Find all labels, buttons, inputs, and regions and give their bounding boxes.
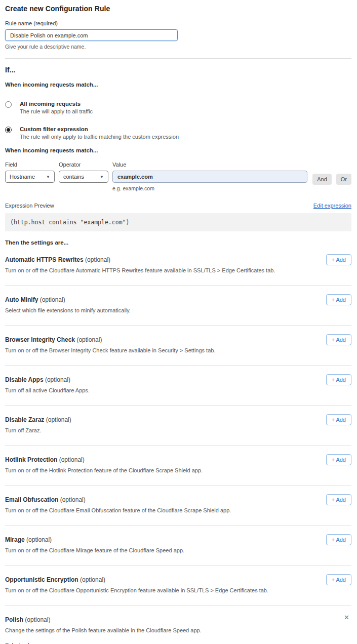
add-disable-apps-button[interactable]: + Add (326, 374, 351, 385)
setting-description: Turn on or off the Cloudflare Email Obfu… (5, 507, 351, 513)
value-helper: e.g. example.com (112, 185, 307, 191)
section-divider (5, 58, 351, 59)
if-heading: If... (5, 66, 351, 74)
setting-description: Turn on or off the Browser Integrity Che… (5, 347, 351, 353)
setting-row-automatic-https-rewrites: Automatic HTTPS Rewrites (optional) Turn… (5, 246, 351, 286)
radio-selected-icon[interactable] (5, 127, 12, 133)
setting-row-email-obfuscation: Email Obfuscation (optional) Turn on or … (5, 486, 351, 526)
add-disable-zaraz-button[interactable]: + Add (326, 414, 351, 425)
rule-name-helper: Give your rule a descriptive name. (5, 44, 351, 50)
radio-all-incoming-desc: The rule will apply to all traffic (20, 108, 93, 114)
setting-description: Turn on or off the Cloudflare Automatic … (5, 267, 351, 273)
optional-label: (optional) (80, 576, 105, 583)
setting-row-disable-zaraz: Disable Zaraz (optional) Turn off Zaraz.… (5, 406, 351, 446)
or-button[interactable]: Or (336, 174, 351, 185)
operator-select-value: contains (63, 174, 84, 180)
operator-select[interactable]: contains ▼ (59, 171, 108, 183)
setting-row-disable-apps: Disable Apps (optional) Turn off all act… (5, 366, 351, 406)
setting-name: Disable Apps (5, 376, 44, 383)
add-mirage-button[interactable]: + Add (326, 534, 351, 545)
field-select[interactable]: Hostname ▼ (5, 171, 55, 183)
rule-name-label: Rule name (required) (5, 20, 351, 26)
add-opportunistic-encryption-button[interactable]: + Add (326, 574, 351, 585)
optional-label: (optional) (46, 416, 71, 423)
expression-preview-code: (http.host contains "example.com") (5, 213, 351, 231)
setting-description: Turn off Zaraz. (5, 427, 351, 433)
optional-label: (optional) (76, 336, 102, 343)
setting-name: Email Obfuscation (5, 496, 58, 503)
radio-unselected-icon[interactable] (5, 101, 12, 108)
setting-name: Polish (5, 616, 23, 623)
polish-select-label: Select value (5, 642, 351, 644)
optional-label: (optional) (40, 296, 65, 303)
setting-row-polish: Polish (optional) Change the settings of… (5, 606, 351, 644)
setting-name: Mirage (5, 536, 25, 543)
close-icon[interactable]: ✕ (344, 614, 349, 621)
value-label: Value (112, 162, 307, 168)
expression-builder-heading: When incoming requests match... (5, 147, 351, 153)
optional-label: (optional) (45, 376, 70, 383)
add-automatic-https-rewrites-button[interactable]: + Add (326, 254, 351, 265)
match-heading: When incoming requests match... (5, 82, 351, 88)
setting-name: Auto Minify (5, 296, 38, 303)
chevron-down-icon: ▼ (46, 175, 50, 179)
setting-description: Turn off all active Cloudflare Apps. (5, 387, 351, 393)
setting-name: Hotlink Protection (5, 456, 57, 463)
edit-expression-link[interactable]: Edit expression (313, 203, 351, 209)
setting-description: Turn on or off the Cloudflare Mirage fea… (5, 547, 351, 553)
expression-builder-row: Field Hostname ▼ Operator contains ▼ Val… (5, 162, 351, 191)
radio-all-incoming-requests[interactable]: All incoming requests The rule will appl… (5, 101, 351, 114)
setting-name: Opportunistic Encryption (5, 576, 78, 583)
optional-label: (optional) (59, 456, 85, 463)
optional-label: (optional) (26, 536, 52, 543)
radio-custom-filter-desc: The rule will only apply to traffic matc… (20, 134, 179, 140)
setting-row-hotlink-protection: Hotlink Protection (optional) Turn on or… (5, 446, 351, 486)
setting-name: Automatic HTTPS Rewrites (5, 256, 84, 263)
expression-preview-label: Expression Preview (5, 203, 54, 209)
field-select-value: Hostname (10, 174, 35, 180)
operator-label: Operator (59, 162, 108, 168)
then-settings-heading: Then the settings are... (5, 239, 351, 246)
optional-label: (optional) (85, 256, 110, 263)
optional-label: (optional) (25, 616, 50, 623)
setting-description: Select which file extensions to minify a… (5, 307, 351, 313)
optional-label: (optional) (60, 496, 86, 503)
setting-row-opportunistic-encryption: Opportunistic Encryption (optional) Turn… (5, 566, 351, 606)
setting-row-auto-minify: Auto Minify (optional) Select which file… (5, 286, 351, 326)
value-input[interactable] (112, 171, 307, 183)
setting-name: Browser Integrity Check (5, 336, 75, 343)
setting-description: Turn on or off the Hotlink Protection fe… (5, 467, 351, 473)
field-label: Field (5, 162, 55, 168)
add-email-obfuscation-button[interactable]: + Add (326, 494, 351, 505)
add-browser-integrity-check-button[interactable]: + Add (326, 334, 351, 345)
radio-custom-filter-expression[interactable]: Custom filter expression The rule will o… (5, 126, 351, 140)
setting-description: Change the settings of the Polish featur… (5, 627, 351, 633)
setting-row-mirage: Mirage (optional) Turn on or off the Clo… (5, 526, 351, 566)
create-configuration-rule-form: Create new Configuration Rule Rule name … (0, 0, 357, 644)
chevron-down-icon: ▼ (100, 175, 104, 179)
and-button[interactable]: And (312, 174, 332, 185)
radio-custom-filter-label: Custom filter expression (20, 126, 179, 132)
rule-name-input[interactable] (5, 29, 178, 41)
setting-name: Disable Zaraz (5, 416, 44, 423)
page-title: Create new Configuration Rule (5, 5, 351, 13)
add-hotlink-protection-button[interactable]: + Add (326, 454, 351, 465)
add-auto-minify-button[interactable]: + Add (326, 294, 351, 305)
setting-description: Turn on or off the Cloudflare Opportunis… (5, 587, 351, 593)
radio-all-incoming-label: All incoming requests (20, 101, 93, 107)
setting-row-browser-integrity-check: Browser Integrity Check (optional) Turn … (5, 326, 351, 366)
